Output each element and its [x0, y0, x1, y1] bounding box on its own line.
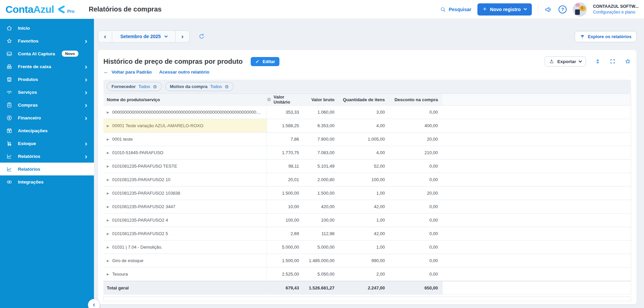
explore-reports-button[interactable]: Explore os relatórios [575, 31, 637, 42]
gear-icon[interactable]: ⚙ [153, 84, 157, 89]
report-title: Histórico de preço de compras por produt… [103, 58, 243, 65]
sidebar-item-financeiro[interactable]: Financeiro› [0, 111, 94, 124]
other-report-link[interactable]: Acessar outro relatório [159, 69, 209, 75]
period-toolbar: ‹ Setembro de 2025 › Explore os relatóri… [98, 30, 637, 43]
sidebar-item-produtos[interactable]: Produtos› [0, 73, 94, 86]
logo-text-azul: Azul [33, 4, 54, 15]
edit-button[interactable]: Editar [251, 57, 279, 66]
sidebar-item-ini-cio[interactable]: Início [0, 22, 94, 34]
sidebar-item-relato-rios[interactable]: Relatórios› [0, 150, 94, 163]
sidebar-item-label: Frente de caixa [18, 64, 51, 69]
table-row[interactable]: ▶0101081235-PARAFUSO TESTE98,115.101,495… [103, 160, 631, 173]
sidebar-item-relato-rios[interactable]: Relatórios [0, 163, 94, 175]
avatar[interactable] [573, 2, 587, 17]
expand-row-icon[interactable]: ▶ [107, 111, 109, 114]
horizontal-scrollbar[interactable] [103, 297, 631, 301]
table-row[interactable]: ▶Tesoura2.525,005.050,002,000,00 [103, 268, 631, 281]
chevron-down-icon [524, 7, 527, 10]
table-row[interactable]: ▶0101081235-PARAFUSO2 1020,012.000,80100… [103, 173, 631, 187]
favorite-star-icon[interactable] [624, 58, 631, 65]
filter-chip-motivo-da-compra[interactable]: Motivo da compraTodos⚙ [165, 82, 234, 91]
col-header-quantidade-de-itens[interactable]: Quantidade de itens [339, 94, 390, 105]
filter-chip-fornecedor[interactable]: FornecedorTodos⚙ [107, 82, 162, 91]
sidebar-item-label: Início [18, 26, 30, 31]
product-name: 0101081235-PARAFUSO TESTE [112, 164, 177, 169]
table-row[interactable]: ▶0101081235-PARAFUSO2 344710,00420,0042,… [103, 200, 631, 214]
product-name-cell: ▶00001 Teste variação AZUL-AMARELO-ROXO [103, 119, 267, 132]
logo-text-conta: Conta [5, 4, 33, 15]
desconto-na-compra-cell: 20,00 [390, 187, 443, 200]
valor-unita-rio-cell: 1.500,00 [267, 187, 304, 200]
sidebar-item-integrac-o-es[interactable]: Integrações [0, 175, 94, 188]
expand-row-icon[interactable]: ▶ [107, 124, 109, 128]
next-period-button[interactable]: › [176, 31, 189, 42]
col-header-valor-unita-rio[interactable]: ⚙Valor Unitário [267, 94, 304, 105]
expand-row-icon[interactable]: ▶ [107, 151, 109, 155]
back-to-default-link[interactable]: ← Voltar para Padrão [103, 69, 152, 75]
period-dropdown[interactable]: Setembro de 2025 [112, 31, 176, 42]
megaphone-icon[interactable] [544, 5, 552, 13]
expand-row-icon[interactable]: ▶ [107, 165, 109, 168]
valor-bruto-cell: 5.101,49 [304, 160, 339, 173]
table-row[interactable]: ▶00001 Teste variação AZUL-AMARELO-ROXO1… [103, 119, 631, 133]
sidebar-item-label: Relatórios [18, 154, 40, 159]
sidebar-item-frente-de-caixa[interactable]: Frente de caixa› [0, 60, 94, 73]
desconto-na-compra-cell: 0,00 [390, 106, 443, 119]
search-label: Pesquisar [449, 7, 471, 12]
expand-row-icon[interactable]: ▶ [107, 232, 109, 235]
sidebar-item-conta-ai-captura[interactable]: Conta AI CapturaNovo [0, 47, 94, 60]
expand-row-icon[interactable]: ▶ [107, 192, 109, 195]
expand-row-icon[interactable]: ▶ [107, 259, 109, 262]
col-header-valor-bruto[interactable]: Valor bruto [304, 94, 339, 105]
export-button[interactable]: Exportar [545, 56, 586, 66]
previous-period-button[interactable]: ‹ [98, 31, 112, 42]
valor-unita-rio-cell: 1.588,25 [267, 119, 304, 132]
table-row[interactable]: ▶Giro de estoque1.500,001.485.000,00990,… [103, 254, 631, 268]
table-row[interactable]: ▶01031 | 7.04 - Demolição.5.000,005.000,… [103, 241, 631, 254]
valor-unita-rio-cell: 2.525,00 [267, 268, 304, 281]
account-settings-link[interactable]: Configurações e plano [593, 9, 639, 15]
desconto-na-compra-cell: 0,00 [390, 173, 443, 186]
sidebar-item-servic-os[interactable]: Serviços› [0, 86, 94, 99]
expand-row-icon[interactable]: ▶ [107, 205, 109, 208]
sidebar-item-estoque[interactable]: Estoque› [0, 137, 94, 150]
product-name-cell: ▶01010-51645-PARAFUSO [103, 146, 267, 159]
sidebar-item-favoritos[interactable]: Favoritos› [0, 34, 94, 47]
expand-rows-icon[interactable] [595, 58, 601, 64]
table-row[interactable]: ▶000000000000000000000000000000000000000… [103, 106, 631, 119]
contaazul-logo[interactable]: Conta Azul Pro [5, 4, 75, 15]
desconto-na-compra-cell: 20,00 [390, 133, 443, 146]
refresh-icon[interactable] [198, 33, 205, 40]
link-icon [6, 179, 13, 185]
avatar-decoration [575, 9, 580, 15]
expand-row-icon[interactable]: ▶ [107, 138, 109, 141]
col-header-nome-do-produto-servic-o[interactable]: Nome do produto/serviço [103, 94, 267, 105]
fullscreen-icon[interactable] [610, 58, 616, 64]
table-row[interactable]: ▶0101081235-PARAFUSO2 4100,00100,001,000… [103, 214, 631, 227]
table-row[interactable]: ▶0101081235-PARAFUSO2 52,69112,9842,000,… [103, 227, 631, 241]
quantidade-de-itens-cell: 1,00 [339, 214, 390, 227]
handshake-icon [6, 89, 13, 95]
main-content: ‹ Setembro de 2025 › Explore os relatóri… [94, 19, 644, 308]
table-row[interactable]: ▶0101081235-PARAFUSO2 1038381.500,001.50… [103, 187, 631, 200]
expand-row-icon[interactable]: ▶ [107, 178, 109, 181]
new-badge: Novo [62, 51, 78, 57]
new-record-button[interactable]: + Novo registro [477, 3, 532, 16]
sidebar-item-compras[interactable]: Compras› [0, 99, 94, 111]
sidebar-item-label: Serviços [18, 90, 37, 95]
app-root: Conta Azul Pro Relatórios de compras Pes… [0, 0, 644, 308]
valor-unita-rio-cell: 7,86 [267, 133, 304, 146]
help-icon[interactable]: ? [559, 5, 567, 13]
global-search-button[interactable]: Pesquisar [440, 6, 471, 12]
col-header-desconto-na-compra[interactable]: Desconto na compra [390, 94, 443, 105]
table-row[interactable]: ▶0001 teste7,867.900,001.005,0020,00 [103, 133, 631, 146]
expand-row-icon[interactable]: ▶ [107, 273, 109, 276]
table-row[interactable]: ▶01010-51645-PARAFUSO1.770,757.083,004,0… [103, 146, 631, 160]
expand-row-icon[interactable]: ▶ [107, 219, 109, 222]
line-chart-icon [6, 153, 13, 160]
gear-icon[interactable]: ⚙ [225, 84, 229, 89]
report-actions: Exportar [545, 56, 631, 66]
sidebar-item-antecipac-o-es[interactable]: Antecipações [0, 124, 94, 137]
expand-row-icon[interactable]: ▶ [107, 246, 109, 249]
gear-icon[interactable]: ⚙ [267, 97, 271, 102]
